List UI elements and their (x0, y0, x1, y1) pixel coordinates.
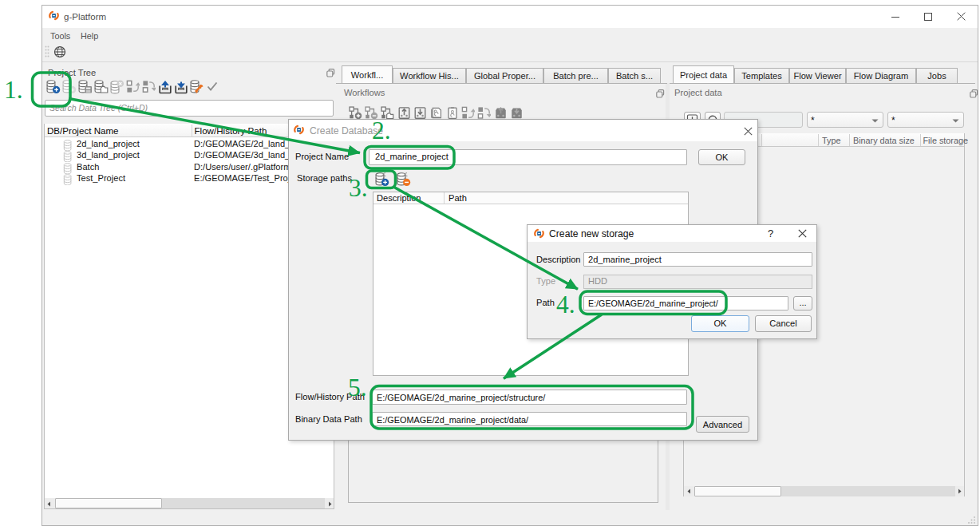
svg-text:1.: 1. (4, 76, 23, 104)
